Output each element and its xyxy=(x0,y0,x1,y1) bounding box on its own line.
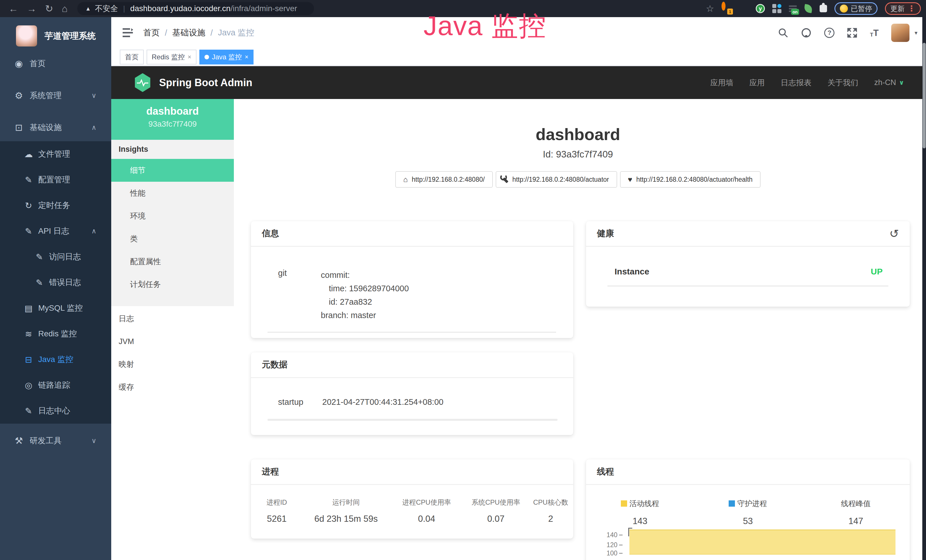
font-size-icon[interactable]: TT xyxy=(870,29,879,37)
bookmark-star-icon[interactable]: ☆ xyxy=(706,3,714,14)
health-card: 健康 ↺ Instance UP xyxy=(586,221,910,307)
browser-back-icon[interactable]: ← xyxy=(9,4,18,14)
sba-nav-applications[interactable]: 应用 xyxy=(749,77,765,88)
log-edit-icon: ✎ xyxy=(33,278,45,288)
sidebar-item-infra[interactable]: ⊡ 基础设施 ∧ xyxy=(0,114,111,141)
service-url-button[interactable]: ⌂ http://192.168.0.2:48080/ xyxy=(395,171,493,188)
search-icon[interactable] xyxy=(778,28,788,38)
sidebar-item-file-manage[interactable]: ☁ 文件管理 xyxy=(0,141,111,167)
browser-forward-icon[interactable]: → xyxy=(27,4,36,14)
redis-stack-icon: ≋ xyxy=(22,329,35,339)
actuator-url-button[interactable]: http://192.168.0.2:48080/actuator xyxy=(496,171,617,188)
live-threads-value: 143 xyxy=(586,516,694,526)
sba-item-classes[interactable]: 类 xyxy=(111,227,234,250)
info-value: commit: time: 1596289704000 id: 27aa832 … xyxy=(321,268,409,322)
sidebar-item-trace[interactable]: ◎ 链路追踪 xyxy=(0,372,111,398)
breadcrumb-section[interactable]: 基础设施 xyxy=(172,27,205,38)
legend-daemon-threads: 守护进程 xyxy=(694,499,802,509)
avatar-caret-icon[interactable]: ▾ xyxy=(915,29,917,36)
instance-id: 93a3fc7f7409 xyxy=(111,120,234,129)
log-edit-icon: ✎ xyxy=(22,406,35,416)
sba-item-jvm[interactable]: JVM xyxy=(111,330,234,353)
help-icon[interactable]: ? xyxy=(824,28,834,38)
chevron-up-icon: ∧ xyxy=(91,227,96,235)
threads-card-header: 线程 xyxy=(586,459,910,485)
sidebar-item-java-monitor[interactable]: ⊟ Java 监控 xyxy=(0,347,111,372)
metadata-card: 元数据 startup 2021-04-27T00:44:31.254+08:0… xyxy=(251,352,573,435)
home-icon: ⌂ xyxy=(403,176,408,183)
sba-item-environment[interactable]: 环境 xyxy=(111,204,234,227)
browser-reload-icon[interactable]: ↻ xyxy=(45,4,53,14)
sba-nav-about[interactable]: 关于我们 xyxy=(828,77,858,88)
address-divider: | xyxy=(123,4,125,13)
sba-nav-wall[interactable]: 应用墙 xyxy=(710,77,734,88)
chevron-down-icon: ∨ xyxy=(91,92,96,100)
extension-leaf-icon[interactable] xyxy=(803,4,813,13)
update-label: 更新 xyxy=(890,4,905,14)
sidebar-item-redis-monitor[interactable]: ≋ Redis 监控 xyxy=(0,321,111,347)
breadcrumb-home[interactable]: 首页 xyxy=(143,27,160,38)
spring-boot-admin-logo[interactable] xyxy=(134,73,151,92)
process-card-header: 进程 xyxy=(251,459,573,485)
sba-item-logs[interactable]: 日志 xyxy=(111,307,234,330)
browser-home-icon[interactable]: ⌂ xyxy=(62,4,68,14)
close-icon[interactable]: × xyxy=(245,53,248,61)
log-edit-icon: ✎ xyxy=(33,252,45,262)
breadcrumb: 首页 / 基础设施 / Java 监控 xyxy=(143,17,254,48)
sba-item-scheduled-tasks[interactable]: 计划任务 xyxy=(111,273,234,296)
profile-paused-button[interactable]: 已暂停 xyxy=(834,2,878,15)
sidebar-item-config-manage[interactable]: ✎ 配置管理 xyxy=(0,167,111,192)
sidebar-item-mysql-monitor[interactable]: ▤ MySQL 监控 xyxy=(0,295,111,321)
sidebar-item-access-log[interactable]: ✎ 访问日志 xyxy=(0,244,111,269)
hamburger-icon[interactable] xyxy=(122,27,133,39)
chevron-down-icon: ∨ xyxy=(899,79,904,86)
gear-icon: ⚙ xyxy=(12,90,26,101)
browser-address-bar[interactable]: ▲ 不安全 | dashboard.yudao.iocoder.cn/infra… xyxy=(77,2,314,15)
sba-item-mappings[interactable]: 映射 xyxy=(111,353,234,376)
sidebar-item-cron-jobs[interactable]: ↻ 定时任务 xyxy=(0,192,111,218)
status-badge: UP xyxy=(871,267,883,277)
sba-navbar: Spring Boot Admin 应用墙 应用 日志报表 关于我们 zh-CN… xyxy=(111,66,922,99)
sidebar-item-api-log[interactable]: ✎ API 日志 ∧ xyxy=(0,218,111,244)
health-row: Instance UP xyxy=(614,267,883,277)
github-icon[interactable] xyxy=(801,27,812,38)
extension-y-icon[interactable]: y xyxy=(756,4,765,13)
extensions-puzzle-icon[interactable] xyxy=(820,5,827,12)
y-axis-tick: 100 xyxy=(600,549,623,557)
extension-dark-mode-icon[interactable]: on xyxy=(789,5,797,12)
not-secure-label: 不安全 xyxy=(95,3,118,14)
extension-proxy-icon[interactable]: 1 xyxy=(722,4,731,14)
tab-java-monitor[interactable]: Java 监控 × xyxy=(199,50,254,65)
page-scrollbar-thumb[interactable] xyxy=(923,43,926,148)
sidebar-item-dev-tools[interactable]: ⚒ 研发工具 ∨ xyxy=(0,427,111,454)
sidebar-item-error-log[interactable]: ✎ 错误日志 xyxy=(0,269,111,295)
sba-nav-journal[interactable]: 日志报表 xyxy=(781,77,812,88)
sidebar-item-home[interactable]: ◉ 首页 xyxy=(0,50,111,77)
sidebar-item-system[interactable]: ⚙ 系统管理 ∨ xyxy=(0,82,111,109)
extension-grid-icon[interactable] xyxy=(772,4,781,13)
header-actions: ? TT ▾ xyxy=(778,17,917,48)
sidebar-item-log-center[interactable]: ✎ 日志中心 xyxy=(0,398,111,424)
browser-update-menu-button[interactable]: 更新 ⋮ xyxy=(885,2,921,15)
fullscreen-icon[interactable] xyxy=(847,28,857,38)
sba-item-details[interactable]: 细节 xyxy=(111,159,234,182)
profile-avatar-emoji xyxy=(840,5,848,12)
sba-item-metrics[interactable]: 性能 xyxy=(111,182,234,204)
sba-locale-select[interactable]: zh-CN ∨ xyxy=(875,78,904,87)
instance-header[interactable]: dashboard 93a3fc7f7409 xyxy=(111,99,234,140)
close-icon[interactable]: × xyxy=(188,53,191,61)
wrench-icon xyxy=(502,177,508,183)
extension-drop-icon[interactable] xyxy=(738,4,748,14)
health-history-icon[interactable]: ↺ xyxy=(889,228,899,239)
user-avatar[interactable] xyxy=(891,24,909,42)
heartbeat-icon: ♥ xyxy=(628,176,632,183)
sba-item-caches[interactable]: 缓存 xyxy=(111,376,234,398)
sba-brand-title[interactable]: Spring Boot Admin xyxy=(159,77,253,89)
sba-item-config-props[interactable]: 配置属性 xyxy=(111,250,234,273)
infra-submenu: ☁ 文件管理 ✎ 配置管理 ↻ 定时任务 ✎ API 日志 ∧ ✎ 访问日志 ✎ xyxy=(0,141,111,424)
health-url-button[interactable]: ♥ http://192.168.0.2:48080/actuator/heal… xyxy=(620,171,761,188)
kebab-menu-icon: ⋮ xyxy=(908,6,915,11)
tab-home[interactable]: 首页 xyxy=(120,50,144,65)
page-scrollbar-track[interactable] xyxy=(922,17,926,560)
tab-redis-monitor[interactable]: Redis 监控 × xyxy=(147,50,197,65)
